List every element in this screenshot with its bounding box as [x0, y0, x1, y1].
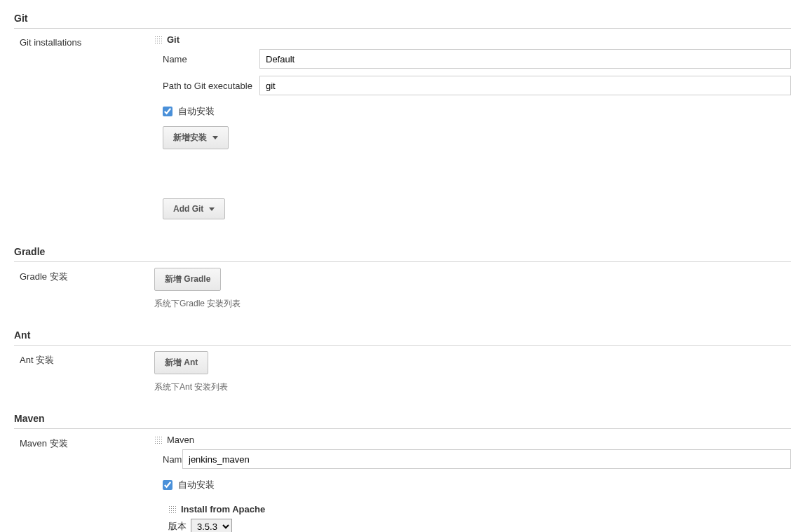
maven-version-select[interactable]: 3.5.3 [191, 519, 232, 532]
add-git-label: Add Git [173, 204, 203, 214]
git-tool-title: Git [167, 34, 180, 45]
git-name-input[interactable] [259, 49, 791, 69]
gradle-hint: 系统下Gradle 安装列表 [154, 298, 791, 310]
maven-section-body: Maven 安装 Maven Name 自动安装 Install from Ap… [14, 435, 791, 532]
add-git-button[interactable]: Add Git [163, 198, 225, 219]
git-section-body: Git installations Git Name Path to Git e… [14, 34, 791, 226]
git-content: Git Name Path to Git executable 自动安装 新增安… [154, 34, 791, 226]
git-installations-label: Git installations [14, 34, 154, 226]
gradle-installations-label: Gradle 安装 [14, 268, 154, 310]
maven-tool-title-row: Maven [154, 435, 791, 445]
add-gradle-button[interactable]: 新增 Gradle [154, 268, 221, 291]
maven-name-row: Name [154, 449, 791, 469]
maven-version-row: 版本 3.5.3 [168, 519, 791, 532]
maven-tool-title: Maven [167, 435, 194, 445]
gradle-section-header: Gradle [14, 240, 791, 262]
maven-auto-install-row: 自动安装 [163, 479, 791, 491]
maven-installations-label: Maven 安装 [14, 435, 154, 532]
gradle-section-body: Gradle 安装 新增 Gradle 系统下Gradle 安装列表 [14, 268, 791, 310]
git-path-row: Path to Git executable [154, 76, 791, 95]
drag-handle-icon[interactable] [168, 505, 177, 514]
add-ant-button[interactable]: 新增 Ant [154, 351, 208, 374]
git-auto-install-checkbox[interactable] [163, 107, 172, 116]
gradle-content: 新增 Gradle 系统下Gradle 安装列表 [154, 268, 791, 310]
install-from-apache-row: Install from Apache [168, 504, 791, 514]
maven-name-label: Name [154, 454, 182, 465]
git-path-input[interactable] [259, 76, 791, 95]
drag-handle-icon[interactable] [154, 36, 163, 44]
install-from-apache-label: Install from Apache [181, 504, 265, 514]
add-ant-label: 新增 Ant [165, 357, 198, 369]
maven-auto-install-checkbox[interactable] [163, 480, 172, 490]
caret-down-icon [212, 136, 218, 139]
ant-installations-label: Ant 安装 [14, 351, 154, 393]
add-gradle-label: 新增 Gradle [165, 273, 210, 285]
maven-content: Maven Name 自动安装 Install from Apache 版本 3… [154, 435, 791, 532]
git-path-label: Path to Git executable [154, 81, 259, 91]
git-tool-title-row: Git [154, 34, 791, 45]
ant-content: 新增 Ant 系统下Ant 安装列表 [154, 351, 791, 393]
git-add-install-button[interactable]: 新增安装 [163, 126, 229, 149]
git-auto-install-row: 自动安装 [163, 105, 791, 118]
ant-hint: 系统下Ant 安装列表 [154, 381, 791, 393]
git-auto-install-label: 自动安装 [178, 105, 215, 118]
drag-handle-icon[interactable] [154, 436, 163, 444]
git-name-label: Name [154, 54, 259, 64]
maven-auto-install-label: 自动安装 [178, 479, 215, 491]
maven-version-label: 版本 [168, 520, 187, 532]
git-add-install-label: 新增安装 [173, 132, 207, 144]
ant-section-header: Ant [14, 324, 791, 346]
maven-name-input[interactable] [182, 449, 791, 469]
caret-down-icon [209, 207, 215, 211]
git-name-row: Name [154, 49, 791, 69]
ant-section-body: Ant 安装 新增 Ant 系统下Ant 安装列表 [14, 351, 791, 393]
maven-section-header: Maven [14, 407, 791, 429]
git-section-header: Git [14, 7, 791, 29]
